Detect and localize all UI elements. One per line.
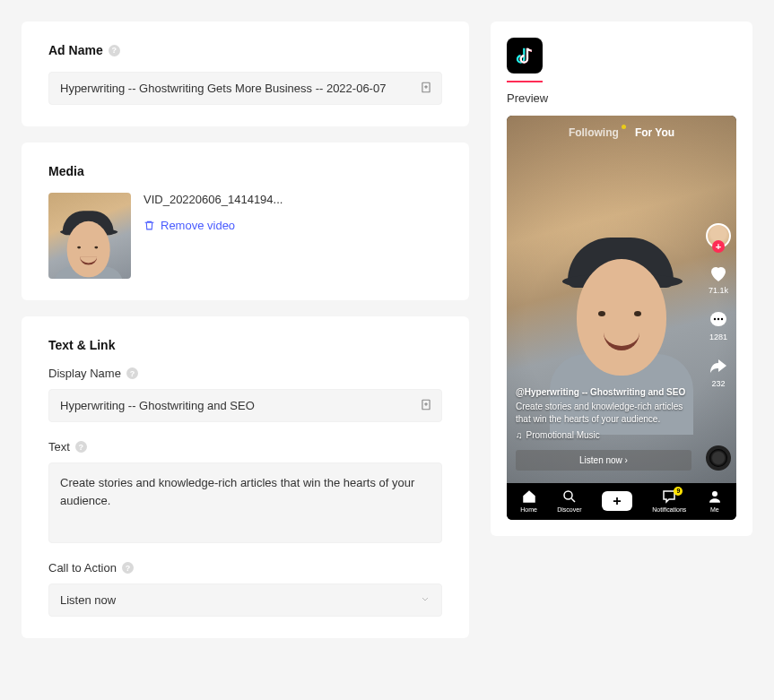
preview-caption: Create stories and knowledge-rich articl… (516, 401, 691, 426)
text-link-label-text: Text & Link (48, 338, 115, 352)
media-thumbnail[interactable] (48, 193, 131, 279)
help-icon[interactable]: ? (122, 562, 134, 574)
plus-icon (611, 495, 623, 507)
svg-point-7 (712, 491, 717, 497)
cta-label-text: Call to Action (48, 561, 117, 575)
svg-point-4 (717, 318, 719, 320)
ad-text-value: Create stories and knowledge-rich articl… (60, 476, 414, 507)
caption-overlay: @Hyperwriting -- Ghostwriting and SEO Cr… (516, 386, 691, 442)
display-name-label: Display Name ? (48, 367, 442, 380)
like-count: 71.1k (709, 286, 728, 295)
video-person (559, 229, 684, 399)
logo-underline (507, 81, 543, 82)
notification-badge: 9 (674, 487, 683, 496)
comment-button[interactable]: 1281 (708, 309, 729, 341)
ad-name-label: Ad Name ? (48, 43, 442, 57)
preview-handle[interactable]: @Hyperwriting -- Ghostwriting and SEO (516, 386, 691, 399)
ad-name-input[interactable]: Hyperwriting -- Ghostwriting Gets More B… (48, 72, 442, 105)
heart-icon (708, 263, 729, 284)
phone-preview: Following For You 71.1k (507, 116, 736, 520)
share-button[interactable]: 232 (708, 356, 729, 388)
template-icon[interactable] (420, 81, 432, 96)
display-name-input[interactable]: Hyperwriting -- Ghostwriting and SEO (48, 389, 442, 422)
cta-select[interactable]: Listen now (48, 583, 442, 617)
svg-point-5 (721, 318, 723, 320)
tiktok-logo-icon (507, 38, 543, 73)
share-count: 232 (711, 379, 725, 388)
media-label: Media (48, 164, 442, 178)
feed-surface: Following For You 71.1k (507, 116, 736, 483)
text-link-label: Text & Link (48, 338, 442, 352)
nav-discover[interactable]: Discover (557, 488, 581, 513)
template-icon[interactable] (420, 398, 432, 413)
preview-cta-button[interactable]: Listen now › (516, 450, 691, 471)
svg-point-6 (564, 491, 572, 499)
bottom-nav: Home Discover 9 Notifications (507, 483, 736, 520)
person-icon (707, 488, 723, 505)
nav-me[interactable]: Me (707, 488, 723, 513)
nav-home-label: Home (520, 506, 537, 513)
music-disc-icon[interactable] (706, 445, 731, 471)
remove-video-label: Remove video (161, 219, 235, 232)
nav-notifications[interactable]: 9 Notifications (652, 488, 686, 513)
preview-label: Preview (507, 91, 736, 105)
share-icon (708, 356, 729, 377)
svg-point-3 (714, 318, 716, 320)
cta-value: Listen now (60, 593, 116, 607)
like-button[interactable]: 71.1k (708, 263, 729, 295)
preview-music-text: Promotional Music (526, 429, 600, 442)
help-icon[interactable]: ? (75, 441, 87, 453)
comment-icon (708, 309, 729, 331)
tab-following[interactable]: Following (569, 126, 619, 139)
help-icon[interactable]: ? (126, 367, 138, 379)
display-name-value: Hyperwriting -- Ghostwriting and SEO (60, 399, 255, 412)
display-name-label-text: Display Name (48, 367, 121, 380)
nav-home[interactable]: Home (520, 488, 537, 513)
comment-count: 1281 (709, 333, 727, 341)
nav-create-button[interactable] (602, 491, 632, 511)
help-icon[interactable]: ? (109, 45, 120, 56)
media-label-text: Media (48, 164, 84, 178)
text-link-card: Text & Link Display Name ? Hyperwriting … (22, 316, 469, 638)
text-label: Text ? (48, 440, 442, 454)
search-icon (561, 488, 578, 505)
ad-name-label-text: Ad Name (48, 43, 103, 57)
ad-text-textarea[interactable]: Create stories and knowledge-rich articl… (48, 462, 442, 543)
nav-discover-label: Discover (557, 506, 581, 513)
text-label-text: Text (48, 440, 70, 454)
chevron-down-icon (420, 593, 430, 607)
remove-video-button[interactable]: Remove video (143, 219, 283, 232)
home-icon (521, 488, 537, 505)
media-card: Media VID_20220606_1414194... Remove vid… (22, 143, 469, 300)
nav-me-label: Me (710, 506, 719, 513)
cta-label: Call to Action ? (48, 561, 442, 575)
media-filename: VID_20220606_1414194... (143, 193, 283, 206)
ad-name-value: Hyperwriting -- Ghostwriting Gets More B… (60, 82, 386, 95)
tab-for-you[interactable]: For You (635, 126, 674, 139)
profile-avatar[interactable] (706, 223, 731, 248)
trash-icon (143, 220, 155, 231)
ad-name-card: Ad Name ? Hyperwriting -- Ghostwriting G… (22, 22, 469, 126)
preview-card: Preview Following For You 71.1k (491, 22, 752, 536)
music-note-icon: ♫ (516, 429, 523, 442)
side-rail: 71.1k 1281 232 (706, 223, 731, 388)
nav-notifications-label: Notifications (652, 506, 686, 513)
preview-music[interactable]: ♫ Promotional Music (516, 429, 691, 442)
